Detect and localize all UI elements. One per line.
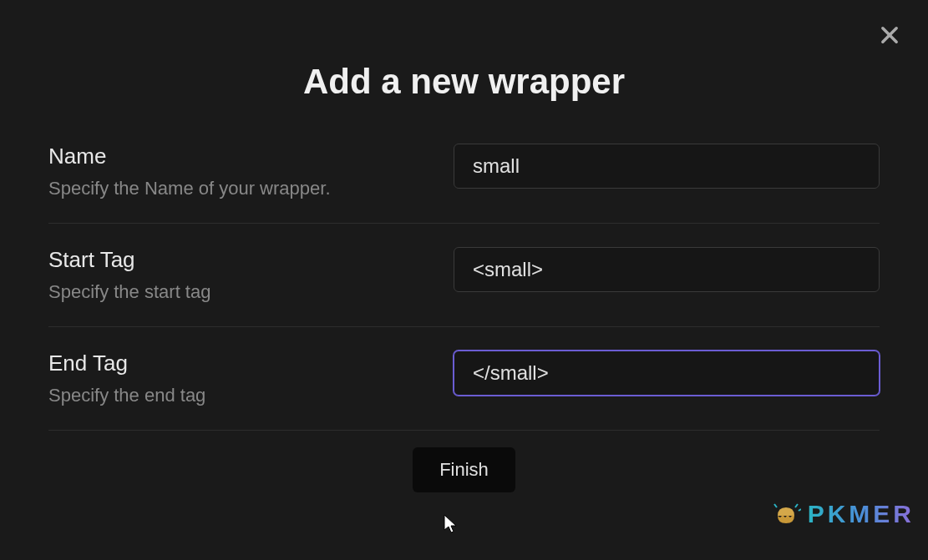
end-tag-label: End Tag [48,351,454,376]
button-row: Finish [48,431,880,492]
mouse-cursor-icon [443,513,459,535]
finish-button[interactable]: Finish [413,447,515,492]
name-row: Name Specify the Name of your wrapper. [48,144,880,224]
end-tag-description: Specify the end tag [48,385,454,406]
end-tag-input[interactable] [454,351,880,396]
watermark-egg-icon [771,502,801,526]
modal-title: Add a new wrapper [0,62,928,102]
svg-line-3 [795,504,798,507]
watermark: PKMER [771,500,915,528]
name-label: Name [48,144,454,169]
start-tag-input[interactable] [454,247,880,292]
name-input[interactable] [454,144,880,189]
end-tag-row: End Tag Specify the end tag [48,327,880,431]
svg-line-4 [799,509,801,511]
start-tag-description: Specify the start tag [48,281,454,303]
watermark-text: PKMER [808,500,915,528]
start-tag-row: Start Tag Specify the start tag [48,224,880,327]
svg-line-2 [774,504,777,507]
form-content: Name Specify the Name of your wrapper. S… [0,102,928,492]
start-tag-label: Start Tag [48,247,454,273]
close-button[interactable] [878,23,905,50]
name-description: Specify the Name of your wrapper. [48,178,454,199]
